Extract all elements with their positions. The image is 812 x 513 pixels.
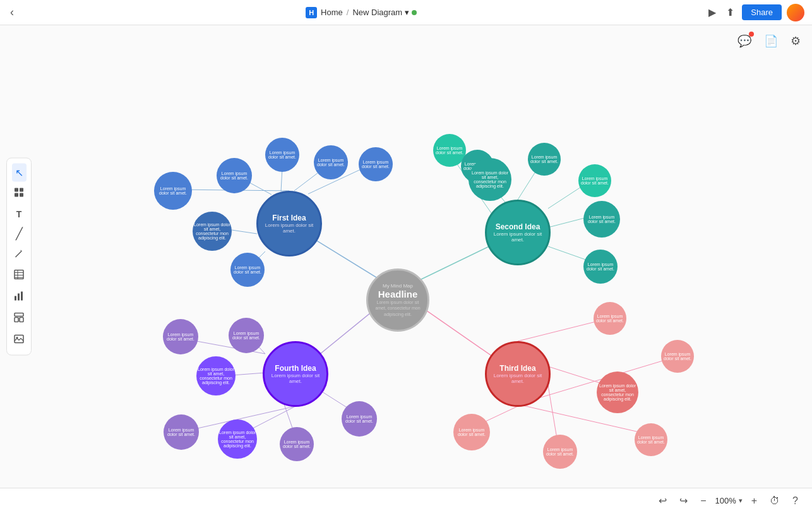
left-toolbar: ↖ T ╱ <box>6 158 32 356</box>
back-button[interactable]: ‹ <box>8 3 16 21</box>
first-sat-5[interactable]: Lorem ipsum dolor sit amet. <box>359 147 393 181</box>
third-idea-label: Third Idea <box>499 364 535 373</box>
tool-text[interactable]: T <box>13 206 25 222</box>
third-sat-1[interactable]: Lorem ipsum dolor sit amet. <box>594 302 626 335</box>
svg-rect-12 <box>15 313 23 317</box>
svg-line-34 <box>518 319 606 341</box>
third-sat-5[interactable]: Lorem ipsum dolor sit amet. <box>661 340 694 373</box>
center-node[interactable]: My Mind Map Headline Lorem ipsum dolor s… <box>366 269 429 332</box>
second-idea-label: Second Idea <box>496 222 540 231</box>
canvas[interactable]: My Mind Map Headline Lorem ipsum dolor s… <box>0 25 812 488</box>
fourth-idea-desc: Lorem ipsum dolor sit amet. <box>265 373 326 384</box>
first-idea-desc: Lorem ipsum dolor sit amet. <box>258 222 320 234</box>
center-description: Lorem ipsum dolor sit amet, consectetur … <box>368 299 427 317</box>
third-sat-6[interactable]: Lorem ipsum dolor sit amet. <box>635 423 667 456</box>
zoom-level-display: 100% ▾ <box>715 496 743 505</box>
first-sat-7[interactable]: Lorem ipsum dolor sit amet. <box>230 253 265 287</box>
chat-badge <box>749 32 754 37</box>
svg-rect-10 <box>18 294 20 301</box>
svg-rect-13 <box>15 318 18 322</box>
settings-icon: ⚙ <box>791 35 801 47</box>
center-sub-label: My Mind Map <box>383 283 413 289</box>
diagram-name-container: New Diagram ▾ <box>352 8 417 17</box>
third-sat-3[interactable]: Lorem ipsum dolor sit amet. <box>543 435 577 469</box>
svg-rect-11 <box>21 292 23 301</box>
first-sat-4[interactable]: Lorem ipsum dolor sit amet. <box>314 145 348 179</box>
zoom-out-button[interactable]: − <box>696 493 710 509</box>
export-button[interactable]: ⬆ <box>724 4 737 21</box>
tool-image[interactable] <box>11 331 27 350</box>
tool-select[interactable]: ↖ <box>12 164 27 182</box>
third-idea-node[interactable]: Third Idea Lorem ipsum dolor sit amet. <box>485 341 551 407</box>
second-sat-4[interactable]: Lorem ipsum dolor sit amet, consectetur … <box>469 158 511 201</box>
fourth-sat-2[interactable]: Lorem ipsum dolor sit amet. <box>229 318 264 353</box>
second-sat-3[interactable]: Lorem ipsum dolor sit amet. <box>528 143 561 176</box>
tool-layout[interactable] <box>11 310 27 329</box>
zoom-in-button[interactable]: + <box>748 493 761 509</box>
fourth-idea-label: Fourth Idea <box>275 364 316 373</box>
tool-chart[interactable] <box>11 288 27 307</box>
chat-icon-button[interactable]: 💬 <box>735 32 754 51</box>
fourth-sat-5[interactable]: Lorem ipsum dolor sit amet, consectetur … <box>218 419 257 459</box>
connections-svg <box>0 25 812 488</box>
zoom-bar: ↩ ↪ − 100% ▾ + ⏱ ? <box>0 488 812 513</box>
user-avatar[interactable] <box>787 4 804 21</box>
first-sat-1[interactable]: Lorem ipsum dolor sit amet. <box>154 172 192 210</box>
dropdown-icon[interactable]: ▾ <box>405 8 409 17</box>
fourth-sat-7[interactable]: Lorem ipsum dolor sit amet. <box>342 401 377 437</box>
saved-indicator <box>412 10 417 15</box>
tool-pen[interactable] <box>11 245 27 264</box>
svg-rect-0 <box>15 188 18 192</box>
help-button[interactable]: ? <box>789 493 802 509</box>
first-sat-2[interactable]: Lorem ipsum dolor sit amet. <box>217 158 252 193</box>
chat-icon: 💬 <box>737 35 751 47</box>
svg-rect-1 <box>20 188 23 192</box>
top-right-icons: 💬 📄 ⚙ <box>735 32 803 51</box>
header-left: ‹ <box>8 3 16 21</box>
first-idea-node[interactable]: First Idea Lorem ipsum dolor sit amet. <box>256 191 322 256</box>
fourth-idea-node[interactable]: Fourth Idea Lorem ipsum dolor sit amet. <box>263 341 328 407</box>
svg-rect-9 <box>15 296 16 301</box>
svg-rect-2 <box>15 193 18 197</box>
redo-button[interactable]: ↪ <box>676 492 691 509</box>
second-sat-6[interactable]: Lorem ipsum dolor sit amet. <box>583 201 620 238</box>
zoom-dropdown-button[interactable]: ▾ <box>739 497 743 505</box>
first-sat-6[interactable]: Lorem ipsum dolor sit amet, consectetur … <box>193 212 232 251</box>
diagram-name-label[interactable]: New Diagram <box>352 8 402 17</box>
third-sat-4[interactable]: Lorem ipsum dolor sit amet. <box>453 414 490 450</box>
first-idea-label: First Idea <box>272 214 306 222</box>
header-right: ▶ ⬆ Share <box>706 4 804 21</box>
second-idea-node[interactable]: Second Idea Lorem ipsum dolor sit amet. <box>485 200 551 265</box>
settings-icon-button[interactable]: ⚙ <box>788 32 803 51</box>
svg-rect-15 <box>15 335 23 343</box>
home-link[interactable]: Home <box>321 8 343 17</box>
header-center: H Home / New Diagram ▾ <box>306 7 417 18</box>
center-title: Headline <box>378 289 418 299</box>
tool-table[interactable] <box>11 267 27 286</box>
header: ‹ H Home / New Diagram ▾ ▶ ⬆ Share <box>0 0 812 25</box>
breadcrumb-separator: / <box>347 8 349 17</box>
tool-shapes[interactable] <box>11 184 27 203</box>
fourth-sat-3[interactable]: Lorem ipsum dolor sit amet, consectetur … <box>196 356 236 395</box>
undo-button[interactable]: ↩ <box>655 492 671 509</box>
third-idea-desc: Lorem ipsum dolor sit amet. <box>487 373 549 384</box>
svg-line-39 <box>518 404 650 435</box>
play-button[interactable]: ▶ <box>706 4 719 21</box>
history-button[interactable]: ⏱ <box>766 493 784 509</box>
app-logo: H <box>306 7 317 18</box>
share-button[interactable]: Share <box>742 4 782 20</box>
svg-rect-14 <box>20 318 23 322</box>
tool-line[interactable]: ╱ <box>13 225 26 243</box>
third-sat-2[interactable]: Lorem ipsum dolor sit amet, consectetur … <box>597 371 638 413</box>
second-sat-5[interactable]: Lorem ipsum dolor sit amet. <box>578 164 611 197</box>
fourth-sat-6[interactable]: Lorem ipsum dolor sit amet. <box>164 414 199 450</box>
page-icon: 📄 <box>764 35 778 47</box>
first-sat-3[interactable]: Lorem ipsum dolor sit amet. <box>265 138 299 172</box>
fourth-sat-1[interactable]: Lorem ipsum dolor sit amet. <box>163 319 198 354</box>
second-sat-7[interactable]: Lorem ipsum dolor sit amet. <box>583 250 618 284</box>
fourth-sat-4[interactable]: Lorem ipsum dolor sit amet. <box>280 427 314 461</box>
second-idea-desc: Lorem ipsum dolor sit amet. <box>487 231 549 243</box>
svg-rect-3 <box>20 193 23 197</box>
page-icon-button[interactable]: 📄 <box>761 32 780 51</box>
zoom-percentage: 100% <box>715 496 736 505</box>
